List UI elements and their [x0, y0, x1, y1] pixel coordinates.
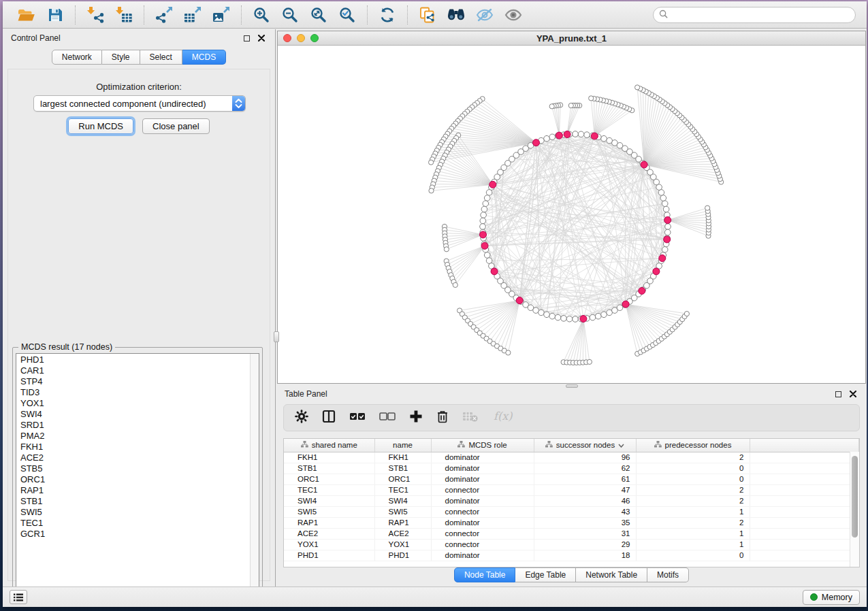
table-row[interactable]: STB1STB1dominator620	[284, 463, 859, 474]
mcds-result-item[interactable]: GCR1	[16, 529, 250, 540]
export-table-button[interactable]	[181, 5, 204, 25]
add-column-button[interactable]	[409, 410, 423, 426]
mcds-result-item[interactable]: SWI5	[16, 507, 250, 518]
network-node[interactable]	[578, 131, 584, 137]
network-node[interactable]	[539, 310, 545, 316]
table-tab-motifs[interactable]: Motifs	[647, 567, 689, 582]
mcds-result-item[interactable]: STB5	[16, 463, 250, 474]
export-network-button[interactable]	[152, 5, 176, 25]
table-row[interactable]: TEC1TEC1connector472	[284, 484, 859, 495]
network-leaf-node[interactable]	[429, 188, 434, 193]
network-hub-node[interactable]	[664, 217, 671, 224]
float-panel-button[interactable]	[241, 33, 252, 44]
table-row[interactable]: RAP1RAP1dominator352	[284, 517, 859, 528]
network-leaf-node[interactable]	[568, 103, 573, 108]
mcds-result-item[interactable]: STB1	[16, 496, 250, 507]
zoom-selected-button[interactable]	[336, 5, 359, 25]
network-node[interactable]	[544, 135, 550, 142]
table-row[interactable]: SWI5SWI5connector431	[284, 506, 859, 517]
network-node[interactable]	[664, 229, 671, 235]
column-header-MCDS-role[interactable]: MCDS role	[431, 439, 534, 452]
network-node[interactable]	[566, 316, 573, 322]
network-node[interactable]	[573, 316, 579, 323]
network-hub-node[interactable]	[659, 255, 666, 262]
open-file-button[interactable]	[15, 5, 38, 25]
table-tab-network-table[interactable]: Network Table	[576, 567, 647, 582]
network-node[interactable]	[601, 312, 607, 318]
network-node[interactable]	[607, 137, 613, 144]
deselect-all-button[interactable]	[379, 412, 396, 424]
search-input[interactable]	[671, 10, 850, 20]
network-node[interactable]	[584, 132, 590, 138]
network-window-titlebar[interactable]: YPA_prune.txt_1	[278, 31, 865, 46]
network-leaf-node[interactable]	[635, 85, 640, 90]
network-node[interactable]	[480, 224, 486, 230]
vertical-splitter-handle[interactable]	[274, 331, 279, 342]
show-all-button[interactable]	[502, 5, 525, 25]
mcds-result-item[interactable]: SWI4	[16, 409, 250, 420]
close-panel-button-mcds[interactable]: Close panel	[142, 118, 210, 134]
table-row[interactable]: ACE2ACE2connector311	[284, 528, 859, 539]
mcds-result-item[interactable]: SRD1	[16, 420, 250, 431]
network-node[interactable]	[481, 212, 487, 218]
network-leaf-node[interactable]	[429, 160, 434, 165]
network-hub-node[interactable]	[664, 236, 671, 243]
network-hub-node[interactable]	[533, 139, 540, 146]
run-mcds-button[interactable]: Run MCDS	[68, 118, 133, 134]
mcds-result-item[interactable]: STP4	[16, 376, 250, 387]
network-leaf-node[interactable]	[589, 96, 594, 101]
network-node[interactable]	[483, 201, 489, 207]
import-table-button[interactable]	[112, 5, 135, 25]
network-hub-node[interactable]	[591, 133, 598, 139]
memory-button[interactable]: Memory	[803, 590, 860, 605]
network-node[interactable]	[561, 316, 567, 322]
network-leaf-node[interactable]	[506, 350, 511, 355]
network-hub-node[interactable]	[489, 181, 496, 188]
network-node[interactable]	[665, 224, 671, 230]
delete-columns-button[interactable]	[436, 410, 449, 426]
mcds-result-item[interactable]: FKH1	[16, 442, 250, 452]
table-scrollbar-thumb[interactable]	[852, 456, 858, 538]
network-node[interactable]	[544, 312, 550, 318]
network-node[interactable]	[601, 135, 607, 142]
hide-selected-button[interactable]	[473, 5, 496, 25]
mcds-result-item[interactable]: CAR1	[16, 365, 250, 376]
network-node[interactable]	[480, 218, 486, 224]
mcds-list-scrollbar[interactable]	[250, 354, 259, 597]
table-tab-node-table[interactable]: Node Table	[454, 567, 516, 582]
network-leaf-node[interactable]	[549, 104, 554, 109]
network-leaf-node[interactable]	[453, 282, 457, 287]
network-hub-node[interactable]	[491, 268, 498, 275]
network-node[interactable]	[590, 314, 596, 320]
network-node[interactable]	[573, 131, 579, 137]
network-leaf-node[interactable]	[587, 359, 592, 364]
task-history-button[interactable]	[10, 590, 27, 604]
network-canvas[interactable]	[278, 46, 865, 383]
network-hub-node[interactable]	[516, 297, 523, 304]
search-field[interactable]	[653, 7, 856, 23]
network-hub-node[interactable]	[653, 268, 660, 275]
network-hub-node[interactable]	[481, 242, 488, 249]
mcds-result-item[interactable]: ORC1	[16, 474, 250, 485]
tab-style[interactable]: Style	[102, 50, 140, 65]
tab-mcds[interactable]: MCDS	[182, 50, 226, 65]
table-row[interactable]: FKH1FKH1dominator962	[284, 452, 859, 463]
network-node[interactable]	[662, 201, 668, 207]
zoom-in-button[interactable]	[250, 5, 273, 25]
table-tab-edge-table[interactable]: Edge Table	[515, 567, 576, 582]
network-hub-node[interactable]	[580, 316, 587, 323]
mcds-result-list[interactable]: PHD1CAR1STP4TID3YOX1SWI4SRD1PMA2FKH1ACE2…	[16, 353, 259, 597]
network-leaf-node[interactable]	[444, 247, 449, 252]
refresh-button[interactable]	[376, 5, 399, 25]
select-all-button[interactable]	[349, 412, 366, 424]
mcds-result-item[interactable]: TEC1	[16, 518, 250, 529]
save-session-button[interactable]	[44, 5, 67, 25]
close-table-panel-button[interactable]	[848, 389, 858, 399]
network-node[interactable]	[596, 313, 602, 319]
network-node[interactable]	[663, 206, 669, 212]
network-hub-node[interactable]	[556, 132, 562, 139]
table-row[interactable]: YOX1YOX1connector291	[284, 539, 859, 550]
column-header-successor-nodes[interactable]: successor nodes	[534, 439, 636, 452]
network-node[interactable]	[481, 206, 487, 212]
search-neighbors-button[interactable]	[445, 5, 468, 25]
